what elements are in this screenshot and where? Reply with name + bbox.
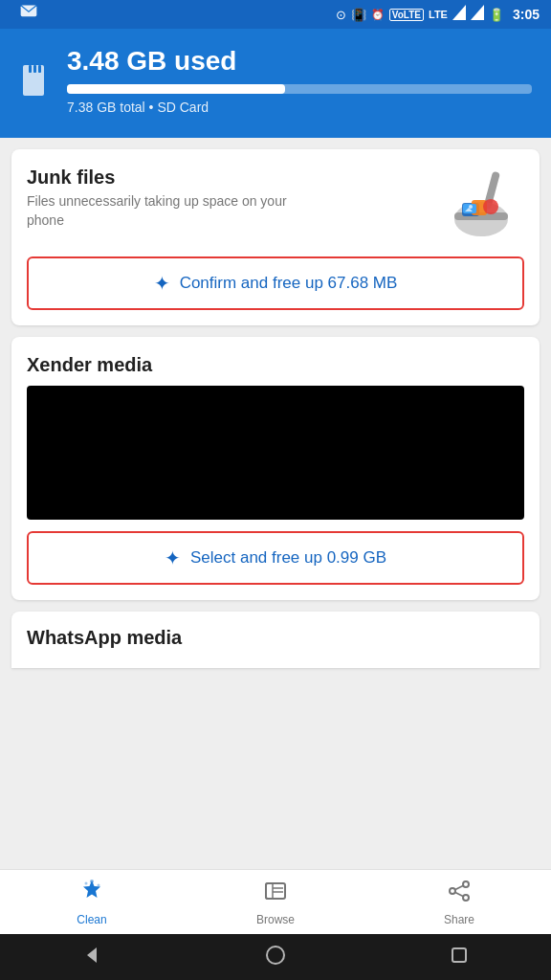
used-label: 3.48 GB used: [67, 46, 532, 77]
svg-rect-5: [33, 65, 36, 73]
signal-icon-2: [471, 5, 484, 24]
recents-button[interactable]: [449, 945, 470, 970]
svg-point-28: [267, 947, 284, 964]
lte-label: LTE: [429, 9, 448, 20]
xender-media-title: Xender media: [27, 354, 524, 376]
sd-card-icon: [19, 63, 54, 98]
svg-point-17: [85, 881, 88, 884]
progress-fill: [67, 84, 285, 94]
junk-files-illustration: [438, 167, 524, 243]
svg-marker-27: [87, 947, 97, 963]
svg-point-16: [98, 883, 100, 886]
nav-share[interactable]: Share: [367, 879, 551, 926]
home-button[interactable]: [265, 945, 286, 970]
xender-media-card: Xender media ✦ Select and free up 0.99 G…: [11, 337, 540, 600]
svg-rect-19: [266, 883, 273, 899]
svg-rect-6: [38, 65, 41, 73]
junk-files-description: Files unnecessarily taking up space on y…: [27, 192, 295, 230]
svg-marker-1: [452, 5, 466, 20]
alarm-icon: ⏰: [371, 9, 385, 21]
bottom-navigation: Clean Browse Share: [0, 869, 551, 934]
notification-icon: [19, 3, 38, 26]
vibrate-icon: 📳: [351, 8, 366, 22]
svg-point-23: [450, 888, 455, 894]
volte-label: VoLTE: [389, 9, 424, 21]
whatsapp-media-card: WhatsApp media: [11, 612, 540, 668]
status-bar: ⊙ 📳 ⏰ VoLTE LTE 🔋 3:05: [0, 0, 551, 29]
signal-icon-1: [452, 5, 466, 24]
svg-point-12: [483, 199, 498, 214]
back-button[interactable]: [81, 945, 102, 970]
whatsapp-media-title: WhatsApp media: [27, 627, 524, 649]
hotspot-icon: ⊙: [336, 8, 346, 22]
svg-point-14: [469, 205, 473, 209]
svg-point-15: [90, 880, 94, 883]
storage-progress-bar: [67, 84, 532, 94]
nav-browse[interactable]: Browse: [184, 879, 367, 926]
svg-point-24: [463, 895, 469, 901]
select-free-up-button[interactable]: ✦ Select and free up 0.99 GB: [27, 531, 524, 585]
svg-marker-2: [471, 5, 484, 20]
clean-icon: [79, 879, 104, 909]
svg-rect-29: [452, 948, 466, 962]
xender-media-thumbnail: [27, 386, 524, 520]
junk-files-card: Junk files Files unnecessarily taking up…: [11, 149, 540, 325]
sparkle-icon-junk: ✦: [154, 272, 170, 295]
confirm-free-up-label: Confirm and free up 67.68 MB: [180, 274, 398, 293]
share-icon: [447, 879, 472, 909]
share-label: Share: [444, 913, 474, 926]
select-free-up-label: Select and free up 0.99 GB: [190, 548, 386, 568]
nav-clean[interactable]: Clean: [0, 879, 184, 926]
storage-header: 3.48 GB used 7.38 GB total • SD Card: [0, 29, 551, 138]
svg-point-22: [463, 881, 469, 887]
main-content: Junk files Files unnecessarily taking up…: [0, 138, 551, 869]
clean-label: Clean: [77, 913, 106, 926]
browse-icon: [263, 879, 288, 909]
system-nav-bar: [0, 934, 551, 980]
battery-icon: 🔋: [489, 8, 504, 22]
sparkle-icon-xender: ✦: [165, 546, 181, 569]
junk-files-title: Junk files: [27, 167, 295, 189]
svg-rect-18: [266, 883, 285, 899]
status-time: 3:05: [513, 7, 540, 22]
total-label: 7.38 GB total • SD Card: [67, 100, 532, 115]
svg-line-25: [455, 885, 463, 889]
svg-line-26: [455, 892, 463, 896]
svg-rect-4: [29, 65, 32, 73]
confirm-free-up-button[interactable]: ✦ Confirm and free up 67.68 MB: [27, 256, 524, 310]
browse-label: Browse: [256, 913, 295, 926]
